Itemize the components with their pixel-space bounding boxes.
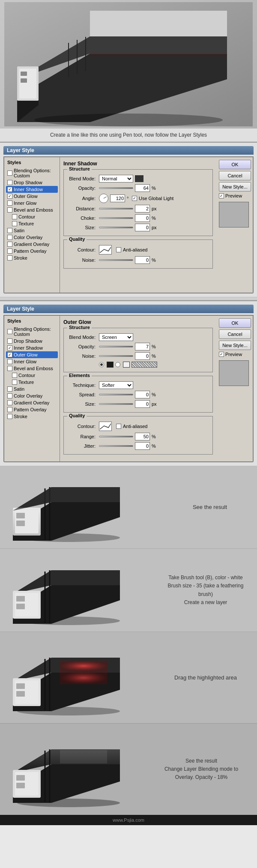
new-style-button[interactable]: New Style... <box>219 182 251 192</box>
og-range-slider[interactable] <box>99 436 133 437</box>
og-technique-select[interactable]: Softer <box>99 381 133 389</box>
contour-checkbox <box>12 214 17 219</box>
og-noise-slider[interactable] <box>99 355 133 357</box>
opacity-slider[interactable] <box>99 187 133 189</box>
style2-satin[interactable]: Satin <box>6 386 58 392</box>
contour-preview[interactable] <box>99 245 112 254</box>
style-texture[interactable]: Texture <box>6 220 58 227</box>
cancel-button[interactable]: Cancel <box>219 171 251 180</box>
og-gradient-radio[interactable] <box>115 362 120 367</box>
style-drop-shadow[interactable]: Drop Shadow <box>6 179 58 186</box>
og-jitter-input[interactable] <box>135 442 150 450</box>
size-input[interactable] <box>135 224 150 231</box>
og-noise-input[interactable] <box>135 352 150 360</box>
style2-bevel-emboss[interactable]: Bevel and Emboss <box>6 365 58 372</box>
stroke-checkbox <box>7 255 12 260</box>
result1-image <box>9 470 128 544</box>
og-structure-group: Structure Blend Mode: Screen Opacity: % <box>63 328 213 372</box>
og-noise-unit: % <box>152 353 160 359</box>
og-opacity-input[interactable] <box>135 343 150 350</box>
style2-texture[interactable]: Texture <box>6 379 58 386</box>
style-gradient-overlay[interactable]: Gradient Overlay <box>6 241 58 248</box>
style-color-overlay[interactable]: Color Overlay <box>6 234 58 241</box>
drop-shadow-checkbox <box>7 180 12 185</box>
og-range-input[interactable] <box>135 433 150 440</box>
preview-checkbox[interactable] <box>219 193 224 198</box>
inner-shadow-title: Inner Shadow <box>63 161 213 167</box>
global-light-checkbox[interactable] <box>132 196 137 201</box>
dialog2-title: Layer Style <box>7 306 34 312</box>
opacity-input[interactable] <box>135 184 150 192</box>
og-jitter-slider[interactable] <box>99 445 133 447</box>
style-stroke[interactable]: Stroke <box>6 254 58 261</box>
noise-row: Noise: % <box>67 256 209 264</box>
og-spread-input[interactable] <box>135 391 150 398</box>
style2-gradient-overlay[interactable]: Gradient Overlay <box>6 399 58 406</box>
dialog2-styles-panel: Styles Blending Options: Custom Drop Sha… <box>4 316 60 461</box>
angle-dial[interactable] <box>99 194 108 203</box>
og-quality-title: Quality <box>67 413 87 418</box>
preview-checkbox2[interactable] <box>219 352 224 357</box>
gradient-overlay2-checkbox <box>7 400 12 405</box>
og-spread-slider[interactable] <box>99 394 133 395</box>
svg-rect-7 <box>21 72 27 76</box>
noise-slider[interactable] <box>99 259 133 261</box>
stroke2-checkbox <box>7 414 12 419</box>
brush-caption: Take Brush tool (B), color - white Brush… <box>163 574 248 607</box>
svg-rect-51 <box>16 775 25 781</box>
og-quality-group: Quality Contour: Anti-aliased Range: % <box>63 416 213 455</box>
og-size-slider[interactable] <box>99 403 133 405</box>
style2-stroke[interactable]: Stroke <box>6 413 58 420</box>
og-color-radio[interactable] <box>99 362 104 367</box>
size-slider[interactable] <box>99 227 133 228</box>
style2-inner-glow[interactable]: Inner Glow <box>6 358 58 365</box>
og-size-input[interactable] <box>135 400 150 408</box>
angle-degree: ° <box>127 196 128 201</box>
style2-blending[interactable]: Blending Options: Custom <box>6 326 58 338</box>
og-blend-select[interactable]: Screen <box>99 333 133 341</box>
style2-outer-glow[interactable]: Outer Glow <box>6 351 58 358</box>
brush-instructions-text: Take Brush tool (B), color - white Brush… <box>168 575 244 605</box>
style-pattern-overlay[interactable]: Pattern Overlay <box>6 248 58 254</box>
og-anti-alias-checkbox[interactable] <box>116 424 121 429</box>
og-spread-row: Spread: % <box>67 391 209 398</box>
ok-button2[interactable]: OK <box>219 318 251 328</box>
new-style-button2[interactable]: New Style... <box>219 341 251 350</box>
style2-color-overlay[interactable]: Color Overlay <box>6 392 58 399</box>
noise-input[interactable] <box>135 256 150 264</box>
distance-input[interactable] <box>135 205 150 213</box>
outer-glow2-checkbox <box>7 352 12 357</box>
og-light-swatch[interactable] <box>123 362 130 368</box>
style2-drop-shadow[interactable]: Drop Shadow <box>6 338 58 344</box>
og-dark-swatch[interactable] <box>107 362 114 368</box>
style-contour[interactable]: Contour <box>6 213 58 220</box>
distance-slider[interactable] <box>99 208 133 210</box>
anti-alias-checkbox[interactable] <box>116 247 121 252</box>
style2-pattern-overlay[interactable]: Pattern Overlay <box>6 406 58 413</box>
og-opacity-row: Opacity: % <box>67 343 209 350</box>
og-opacity-slider[interactable] <box>99 346 133 347</box>
style2-inner-shadow[interactable]: Inner Shadow <box>6 344 58 351</box>
choke-slider[interactable] <box>99 217 133 219</box>
quality-title: Quality <box>67 236 87 242</box>
og-range-label: Range: <box>67 434 97 439</box>
blend-mode-select[interactable]: Normal <box>99 175 133 183</box>
style-blending-options[interactable]: Blending Options: Custom <box>6 167 58 179</box>
blend-color-swatch[interactable] <box>135 175 143 182</box>
angle-input[interactable] <box>110 195 125 202</box>
style-inner-shadow[interactable]: Inner Shadow <box>6 186 58 193</box>
drag-caption-text: Drag the highlighted area <box>174 674 237 681</box>
cancel-button2[interactable]: Cancel <box>219 329 251 339</box>
og-noise-row: Noise: % <box>67 352 209 360</box>
style-outer-glow[interactable]: Outer Glow <box>6 193 58 200</box>
blending-checkbox <box>7 171 12 176</box>
style-bevel-emboss[interactable]: Bevel and Emboss <box>6 207 58 213</box>
og-pattern-swatch[interactable] <box>131 362 157 368</box>
style-inner-glow[interactable]: Inner Glow <box>6 200 58 207</box>
ok-button[interactable]: OK <box>219 160 251 169</box>
style-satin[interactable]: Satin <box>6 227 58 234</box>
choke-input[interactable] <box>135 214 150 222</box>
og-jitter-row: Jitter: % <box>67 442 209 450</box>
style2-contour[interactable]: Contour <box>6 372 58 379</box>
og-contour-preview[interactable] <box>99 422 112 431</box>
